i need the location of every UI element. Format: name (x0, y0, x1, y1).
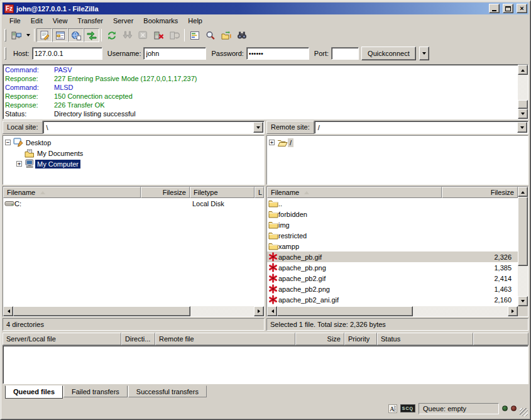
filter-button[interactable] (187, 28, 202, 42)
local-hscrollbar[interactable] (3, 306, 264, 316)
quickconnect-button[interactable]: Quickconnect (361, 47, 416, 60)
remote-site-combo[interactable]: / (314, 121, 528, 134)
menu-server[interactable]: Server (108, 15, 138, 26)
cancel-operation-button (135, 28, 151, 42)
directory-comparison-button[interactable] (234, 28, 249, 42)
queue-column-header-remote-file[interactable]: Remote file (155, 333, 295, 345)
file-row[interactable]: img (267, 219, 518, 230)
remote-vscrollbar[interactable] (518, 187, 528, 306)
refresh-button[interactable] (104, 28, 119, 42)
file-name-cell: apache_pb.png (267, 263, 442, 272)
menu-help[interactable]: Help (183, 15, 207, 26)
file-row[interactable]: apache_pb.gif2,326 (267, 251, 518, 262)
file-search-button[interactable] (202, 28, 218, 42)
expand-icon[interactable]: + (269, 140, 275, 145)
tab-failed-transfers[interactable]: Failed transfers (63, 385, 128, 397)
maximize-button[interactable] (503, 4, 513, 13)
toggle-remote-tree-button[interactable] (68, 28, 84, 42)
tab-successful-transfers[interactable]: Successful transfers (128, 385, 207, 397)
toggle-message-log-button[interactable] (36, 28, 52, 42)
toolbar-grip[interactable] (4, 29, 6, 41)
scroll-thumb[interactable] (13, 306, 190, 316)
local-site-combo[interactable]: \ (43, 121, 265, 134)
site-manager-dropdown-button[interactable] (24, 28, 32, 42)
log-line-text: 227 Entering Passive Mode (127,0,0,1,17,… (54, 74, 197, 83)
port-input[interactable] (331, 47, 359, 60)
disconnect-button[interactable] (151, 28, 167, 42)
menu-view[interactable]: View (48, 15, 73, 26)
queue-column-header-priority[interactable]: Priority (344, 333, 377, 345)
queue-column-header-directi-[interactable]: Directi... (121, 333, 155, 345)
scroll-left-button[interactable] (3, 306, 13, 316)
file-row[interactable]: restricted (267, 230, 518, 241)
local-tree-item[interactable]: My Documents (5, 148, 264, 158)
message-log-scrollbar[interactable] (518, 65, 528, 119)
file-name-cell: C: (3, 200, 141, 207)
menu-transfer[interactable]: Transfer (72, 15, 108, 26)
close-button[interactable]: × (517, 4, 527, 13)
scroll-right-button[interactable] (254, 306, 264, 316)
column-header-filename[interactable]: Filename (3, 187, 141, 198)
column-header-l[interactable]: L (255, 187, 264, 198)
toggle-transfer-queue-button[interactable] (84, 28, 99, 42)
reconnect-icon (170, 31, 180, 40)
queue-column-header-server-local-file[interactable]: Server/Local file (3, 333, 121, 345)
scroll-right-button[interactable] (508, 306, 518, 316)
menu-file[interactable]: File (4, 15, 26, 26)
remote-hscrollbar[interactable] (267, 306, 528, 316)
scroll-down-button[interactable] (518, 109, 528, 119)
minimize-button[interactable] (489, 4, 500, 13)
password-input[interactable] (246, 47, 309, 60)
file-row[interactable]: xampp (267, 241, 518, 251)
scroll-up-button[interactable] (518, 187, 528, 197)
username-input[interactable] (143, 47, 206, 60)
file-row[interactable]: .. (267, 198, 518, 209)
column-header-filesize[interactable]: Filesize (442, 187, 518, 198)
log-line-label: Response: (5, 92, 54, 101)
file-name: restricted (278, 232, 307, 240)
scroll-down-button[interactable] (518, 296, 528, 306)
file-row[interactable]: C:Local Disk (3, 198, 264, 209)
column-header-filename[interactable]: Filename (267, 187, 442, 198)
scroll-thumb[interactable] (518, 100, 528, 109)
resize-grip[interactable] (520, 408, 528, 416)
local-site-dropdown-button[interactable] (253, 122, 263, 133)
queue-column-header-blank[interactable] (473, 333, 528, 345)
folder-icon (267, 242, 278, 250)
queue-column-label: Remote file (159, 335, 194, 343)
toggle-local-tree-button[interactable] (52, 28, 68, 42)
local-site-path: \ (43, 124, 253, 131)
remote-tree-item[interactable]: +/ (269, 137, 528, 148)
file-row[interactable]: apache_pb.png1,385 (267, 262, 518, 273)
local-tree-item[interactable]: −Desktop (5, 137, 264, 148)
tab-queued-files[interactable]: Queued files (5, 385, 63, 399)
host-input[interactable] (32, 47, 102, 60)
file-row[interactable]: apache_pb2.gif2,414 (267, 273, 518, 284)
column-header-filetype[interactable]: Filetype (190, 187, 255, 198)
file-row[interactable]: apache_pb2_ani.gif2,160 (267, 294, 518, 305)
file-row[interactable]: forbidden (267, 209, 518, 219)
local-tree-item[interactable]: +My Computer (5, 158, 264, 169)
site-manager-button[interactable] (8, 28, 24, 42)
reconnect-button (167, 28, 182, 42)
expand-icon[interactable]: + (16, 161, 22, 167)
quickconnect-dropdown-button[interactable] (419, 47, 429, 60)
file-row[interactable]: apache_pb2.png1,463 (267, 284, 518, 294)
queue-column-header-size[interactable]: Size (295, 333, 344, 345)
menu-edit[interactable]: Edit (26, 15, 48, 26)
scroll-up-button[interactable] (518, 65, 528, 75)
menu-bookmarks[interactable]: Bookmarks (138, 15, 183, 26)
queue-column-header-status[interactable]: Status (377, 333, 473, 345)
collapse-icon[interactable]: − (5, 140, 11, 145)
remote-site-dropdown-button[interactable] (517, 122, 527, 133)
quickconnect-grip[interactable] (4, 47, 6, 60)
file-size: 2,326 (442, 253, 518, 261)
scroll-left-button[interactable] (267, 306, 277, 316)
scroll-thumb[interactable] (518, 197, 528, 266)
log-line-label: Command: (5, 83, 54, 92)
column-header-filesize[interactable]: Filesize (141, 187, 190, 198)
scroll-thumb[interactable] (277, 306, 413, 316)
remote-site-label: Remote site: (266, 121, 314, 134)
synchronized-browsing-button[interactable] (218, 28, 234, 42)
log-line-text: Directory listing successful (54, 109, 136, 118)
